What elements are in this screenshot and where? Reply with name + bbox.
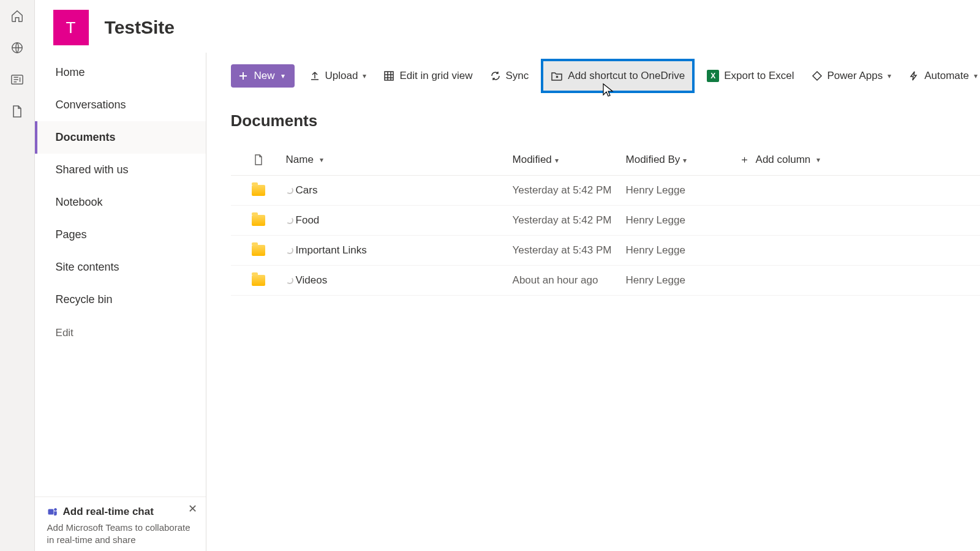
sync-button[interactable]: Sync [488,66,532,86]
table-row[interactable]: Cars Yesterday at 5:42 PM Henry Legge [231,176,980,206]
chevron-down-icon: ▾ [281,72,285,80]
col-modifiedby[interactable]: Modified By ▾ [626,154,739,166]
nav-conversations[interactable]: Conversations [35,89,206,121]
row-modifiedby: Henry Legge [626,244,739,257]
col-type[interactable] [231,154,286,166]
news-icon[interactable] [10,72,24,87]
nav-site-contents[interactable]: Site contents [35,251,206,283]
site-title: TestSite [105,17,175,38]
nav-edit[interactable]: Edit [35,316,206,349]
row-modified: Yesterday at 5:43 PM [513,244,626,257]
grid-header: Name ▾ Modified ▾ Modified By ▾ ＋ Add co… [231,146,980,176]
powerapps-button[interactable]: Power Apps ▾ [809,66,894,86]
table-row[interactable]: Videos About an hour ago Henry Legge [231,266,980,296]
row-name: Cars [296,184,318,197]
export-excel-button[interactable]: X Export to Excel [704,66,796,86]
promo-panel: ✕ Add real-time chat Add Microsoft Teams… [35,497,206,552]
svg-rect-4 [385,72,393,80]
upload-button[interactable]: Upload ▾ [307,66,369,86]
chevron-down-icon: ▾ [888,72,891,80]
chevron-down-icon: ▾ [555,156,559,165]
col-name[interactable]: Name ▾ [286,154,513,166]
edit-grid-button[interactable]: Edit in grid view [381,66,475,86]
toolbar: New ▾ Upload ▾ Edit in grid view Sync [231,53,980,99]
main-area: T TestSite Home Conversations Documents … [35,0,980,551]
promo-text: Add Microsoft Teams to collaborate in re… [47,522,194,547]
loading-icon [286,217,293,224]
row-name: Important Links [296,244,367,257]
nav-shared[interactable]: Shared with us [35,154,206,186]
nav-pages[interactable]: Pages [35,219,206,251]
export-label: Export to Excel [724,70,794,82]
edit-grid-label: Edit in grid view [399,70,472,82]
side-nav: Home Conversations Documents Shared with… [35,53,206,551]
nav-notebook[interactable]: Notebook [35,186,206,219]
loading-icon [286,247,293,254]
nav-documents[interactable]: Documents [35,121,206,154]
page: New ▾ Upload ▾ Edit in grid view Sync [206,53,980,551]
plus-icon: ＋ [739,152,750,167]
nav-recycle-bin[interactable]: Recycle bin [35,283,206,316]
site-header: T TestSite [35,0,980,53]
row-modifiedby: Henry Legge [626,214,739,227]
upload-label: Upload [325,70,358,82]
app-rail [0,0,35,551]
content: Home Conversations Documents Shared with… [35,53,980,551]
row-modifiedby: Henry Legge [626,184,739,197]
nav-home[interactable]: Home [35,56,206,89]
svg-point-3 [54,508,57,511]
new-button[interactable]: New ▾ [231,64,295,88]
row-modified: Yesterday at 5:42 PM [513,214,626,227]
chevron-down-icon: ▾ [683,156,687,165]
teams-icon [47,506,58,517]
promo-title: Add real-time chat [63,506,154,518]
folder-icon [252,185,265,196]
chevron-down-icon: ▾ [816,156,820,164]
new-label: New [254,70,275,82]
powerapps-label: Power Apps [827,70,883,82]
chevron-down-icon: ▾ [974,72,978,80]
chevron-down-icon: ▾ [363,72,366,80]
add-column[interactable]: ＋ Add column ▾ [739,152,980,167]
add-shortcut-button[interactable]: Add shortcut to OneDrive [543,61,692,91]
table-row[interactable]: Important Links Yesterday at 5:43 PM Hen… [231,236,980,266]
automate-label: Automate [924,70,969,82]
shortcut-label: Add shortcut to OneDrive [568,70,685,82]
site-logo[interactable]: T [53,10,89,45]
row-name: Videos [296,274,328,287]
home-icon[interactable] [10,9,24,23]
row-modifiedby: Henry Legge [626,274,739,287]
globe-icon[interactable] [10,40,24,55]
page-title: Documents [231,111,980,130]
row-modified: About an hour ago [513,274,626,287]
sync-label: Sync [506,70,529,82]
folder-icon [252,215,265,226]
loading-icon [286,277,293,284]
excel-icon: X [707,70,719,82]
folder-icon [252,245,265,256]
automate-button[interactable]: Automate ▾ [906,66,980,86]
col-modified[interactable]: Modified ▾ [513,154,626,166]
files-icon[interactable] [10,104,24,119]
col-modified-label: Modified [513,154,552,165]
file-grid: Name ▾ Modified ▾ Modified By ▾ ＋ Add co… [231,146,980,296]
table-row[interactable]: Food Yesterday at 5:42 PM Henry Legge [231,206,980,236]
svg-rect-2 [48,509,53,514]
close-icon[interactable]: ✕ [188,502,197,515]
row-name: Food [296,214,320,227]
row-modified: Yesterday at 5:42 PM [513,184,626,197]
loading-icon [286,187,293,194]
chevron-down-icon: ▾ [320,156,323,164]
col-name-label: Name [286,154,314,166]
add-column-label: Add column [756,154,811,166]
col-modifiedby-label: Modified By [626,154,680,165]
folder-icon [252,275,265,286]
